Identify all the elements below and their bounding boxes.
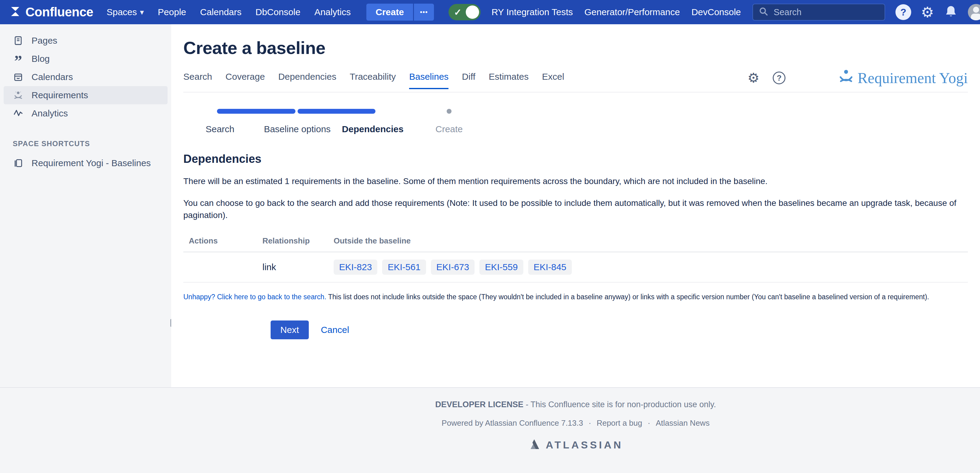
yogi-icon [13,90,24,101]
search-input[interactable] [773,7,879,18]
table-row: link EKI-823 EKI-561 EKI-673 EKI-559 EKI… [183,252,968,282]
license-label: DEVELOPER LICENSE [435,400,523,409]
tab-actions: ⚙ ? Requirement Yogi [748,68,968,92]
nav-calendars[interactable]: Calendars [200,7,242,17]
cancel-link[interactable]: Cancel [321,325,349,335]
sidebar-item-requirements[interactable]: Requirements [4,86,167,104]
atlassian-mountain-icon [528,438,541,451]
atlassian-logo-text: ATLASSIAN [546,439,623,451]
quote-icon: ” [13,53,24,64]
dependencies-paragraph-1: There will be an estimated 1 requirement… [183,175,968,187]
main-content: Create a baseline Search Coverage Depend… [171,24,980,387]
dependencies-paragraph-2: You can choose to go back to the search … [183,197,968,221]
wizard-stepper: Search Baseline options Dependencies Cre… [183,99,968,144]
notifications-bell-icon[interactable] [943,4,958,20]
license-text: - This Confluence site is for non-produc… [523,400,716,409]
progress-bar-segment-1 [217,109,296,114]
copy-pages-icon [13,158,24,169]
step-label-search: Search [205,124,234,134]
settings-gear-icon[interactable]: ⚙ [748,71,759,84]
page-title: Create a baseline [183,38,968,58]
tab-estimates[interactable]: Estimates [489,72,529,89]
atlassian-logo: ATLASSIAN [171,438,980,451]
nav-people[interactable]: People [158,7,186,17]
cell-outside-baseline: EKI-823 EKI-561 EKI-673 EKI-559 EKI-845 [328,252,968,282]
create-button[interactable]: Create [366,4,413,21]
requirement-link[interactable]: EKI-561 [382,260,426,275]
step-label-create: Create [436,124,463,134]
page-footer: DEVELOPER LICENSE - This Confluence site… [0,387,980,473]
chevron-down-icon: ▾ [140,8,144,16]
step-label-baseline-options: Baseline options [264,124,331,134]
separator-dot: · [648,419,650,428]
dependencies-table: Actions Relationship Outside the baselin… [183,236,968,283]
tab-diff[interactable]: Diff [462,72,475,89]
sidebar-shortcut-requirement-yogi-baselines[interactable]: Requirement Yogi - Baselines [4,154,167,172]
requirement-link[interactable]: EKI-673 [431,260,474,275]
tab-traceability[interactable]: Traceability [350,72,396,89]
nav-spaces[interactable]: Spaces ▾ [107,7,144,17]
tab-dependencies[interactable]: Dependencies [278,72,336,89]
feature-toggle[interactable]: ✓ [449,4,480,20]
create-button-group: Create ••• [366,4,434,21]
progress-bar-segment-2 [298,109,375,114]
future-step-dot [447,109,452,114]
separator-dot: · [589,419,591,428]
column-header-relationship: Relationship [257,236,328,252]
yogi-logo-icon [838,68,854,88]
tab-excel[interactable]: Excel [542,72,564,89]
topbar-icons: ? ⚙ [896,4,980,20]
unhappy-note-text: This list does not include links outside… [326,293,929,301]
user-avatar[interactable] [968,4,980,20]
tab-baselines[interactable]: Baselines [409,72,449,89]
search-box[interactable] [752,4,885,21]
check-icon: ✓ [454,7,461,18]
sidebar-item-calendars[interactable]: Calendars [4,68,167,86]
section-title: Dependencies [183,153,968,166]
cell-actions [183,252,257,282]
step-label-dependencies: Dependencies [342,124,403,134]
tab-search[interactable]: Search [183,72,212,89]
question-circle-icon[interactable]: ? [773,72,786,84]
go-back-to-search-link[interactable]: Unhappy? Click here to go back to the se… [183,293,326,301]
next-button[interactable]: Next [270,320,309,339]
link-devconsole[interactable]: DevConsole [692,7,741,17]
sidebar-item-analytics[interactable]: Analytics [4,104,167,123]
powered-by-line: Powered by Atlassian Confluence 7.13.3 ·… [171,419,980,428]
column-header-outside-baseline: Outside the baseline [328,236,968,252]
report-a-bug-link[interactable]: Report a bug [597,419,642,428]
vendor-logo-text: Requirement Yogi [858,69,968,87]
admin-gear-icon[interactable]: ⚙ [921,5,934,19]
top-navigation-bar: Confluence Spaces ▾ People Calendars DbC… [0,0,980,24]
page-icon [13,35,24,46]
space-sidebar: Pages ” Blog Calendars Requirement [0,24,171,387]
link-generator-performance[interactable]: Generator/Performance [584,7,680,17]
confluence-brand[interactable]: Confluence [9,5,93,19]
column-header-actions: Actions [183,236,257,252]
tab-coverage[interactable]: Coverage [226,72,265,89]
create-more-button[interactable]: ••• [413,4,434,21]
help-icon[interactable]: ? [896,4,911,20]
atlassian-news-link[interactable]: Atlassian News [656,419,710,428]
requirement-link[interactable]: EKI-845 [528,260,572,275]
wizard-actions: Next Cancel [270,320,968,339]
nav-dbconsole[interactable]: DbConsole [255,7,300,17]
link-ry-integration-tests[interactable]: RY Integration Tests [492,7,573,17]
requirement-link-chips: EKI-823 EKI-561 EKI-673 EKI-559 EKI-845 [334,260,968,275]
nav-analytics[interactable]: Analytics [314,7,351,17]
powered-by-text: Powered by Atlassian Confluence 7.13.3 [442,419,583,428]
requirement-yogi-logo: Requirement Yogi [838,68,968,88]
avatar-head [973,7,979,13]
toggle-knob [466,5,479,19]
space-shortcuts-heading: SPACE SHORTCUTS [13,140,171,148]
cell-relationship: link [257,252,328,282]
requirement-link[interactable]: EKI-559 [479,260,523,275]
calendar-icon [13,72,24,83]
sidebar-item-blog[interactable]: ” Blog [4,50,167,68]
license-notice: DEVELOPER LICENSE - This Confluence site… [171,400,980,409]
avatar-body [971,14,980,20]
requirement-link[interactable]: EKI-823 [334,260,377,275]
unhappy-note: Unhappy? Click here to go back to the se… [183,293,968,301]
sidebar-item-pages[interactable]: Pages [4,32,167,50]
confluence-logo-icon [9,5,21,19]
